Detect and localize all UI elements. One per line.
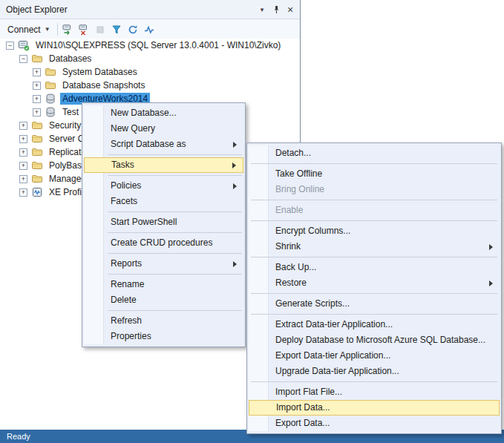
menu-separator xyxy=(108,253,242,254)
tasks-submenu: Detach...Take OfflineBring OnlineEnableE… xyxy=(246,142,502,434)
tree-item-databases[interactable]: −Databases xyxy=(0,52,299,65)
refresh-icon[interactable] xyxy=(125,22,141,37)
expand-icon[interactable]: + xyxy=(33,82,41,90)
submenu-arrow-icon xyxy=(233,261,237,267)
filter-icon[interactable] xyxy=(109,22,125,37)
connect-server-icon[interactable] xyxy=(60,22,76,37)
menu-item-generate-scripts[interactable]: Generate Scripts... xyxy=(249,296,500,312)
titlebar-buttons: ▾ × xyxy=(256,4,296,16)
menu-item-tasks[interactable]: Tasks xyxy=(84,157,243,173)
menu-item-import-flat-file[interactable]: Import Flat File... xyxy=(249,384,500,400)
menu-separator xyxy=(108,175,242,176)
menu-item-detach[interactable]: Detach... xyxy=(249,145,500,161)
menu-item-start-powershell[interactable]: Start PowerShell xyxy=(84,214,243,230)
tree-item-label: Databases xyxy=(47,53,94,65)
menu-item-upgrade-data-tier-application[interactable]: Upgrade Data-tier Application... xyxy=(249,364,500,379)
menu-separator xyxy=(108,232,242,233)
connect-button-label: Connect xyxy=(7,24,41,35)
menu-item-enable: Enable xyxy=(249,203,500,218)
database-context-menu: New Database...New QueryScript Database … xyxy=(82,102,246,347)
toolbar-separator xyxy=(57,23,58,36)
object-explorer-titlebar[interactable]: Object Explorer ▾ × xyxy=(0,0,300,19)
chevron-down-icon: ▼ xyxy=(45,26,50,33)
tree-item-label: Security xyxy=(47,119,83,131)
expand-icon[interactable]: + xyxy=(33,68,41,76)
menu-item-label: Export Data... xyxy=(275,418,330,428)
menu-item-back-up[interactable]: Back Up... xyxy=(249,260,500,275)
menu-item-export-data[interactable]: Export Data... xyxy=(249,416,500,431)
menu-item-label: Rename xyxy=(111,279,144,289)
menu-item-restore[interactable]: Restore xyxy=(249,275,500,291)
pin-icon[interactable] xyxy=(270,4,282,16)
menu-separator xyxy=(108,154,242,155)
expand-icon[interactable]: + xyxy=(33,108,41,117)
menu-item-properties[interactable]: Properties xyxy=(84,329,243,344)
menu-item-facets[interactable]: Facets xyxy=(84,194,243,209)
menu-item-label: Upgrade Data-tier Application... xyxy=(275,366,399,376)
menu-separator xyxy=(251,314,497,315)
menu-item-take-offline[interactable]: Take Offline xyxy=(249,166,500,182)
menu-separator xyxy=(251,163,497,164)
submenu-arrow-icon xyxy=(233,142,237,148)
menu-separator xyxy=(251,293,497,294)
expand-icon[interactable]: + xyxy=(19,122,27,130)
menu-item-export-data-tier-application[interactable]: Export Data-tier Application... xyxy=(249,348,500,364)
menu-item-label: Create CRUD procedures xyxy=(111,237,212,248)
menu-separator xyxy=(251,220,497,221)
status-text: Ready xyxy=(7,432,30,441)
close-icon[interactable]: × xyxy=(284,4,296,16)
menu-item-label: New Query xyxy=(111,123,155,134)
collapse-icon[interactable]: − xyxy=(6,42,14,50)
window-position-icon[interactable]: ▾ xyxy=(256,4,268,16)
submenu-arrow-icon xyxy=(489,280,493,286)
menu-item-deploy-database-to-microsoft-azure-sql-database[interactable]: Deploy Database to Microsoft Azure SQL D… xyxy=(249,332,500,348)
disconnect-server-icon[interactable] xyxy=(76,22,92,37)
expand-icon[interactable]: + xyxy=(19,148,27,157)
folder-icon xyxy=(31,160,43,171)
menu-separator xyxy=(251,381,497,382)
menu-item-rename[interactable]: Rename xyxy=(84,277,243,292)
database-icon xyxy=(45,106,56,118)
menu-item-new-query[interactable]: New Query xyxy=(84,121,243,137)
menu-item-encrypt-columns[interactable]: Encrypt Columns... xyxy=(249,223,500,239)
menu-item-script-database-as[interactable]: Script Database as xyxy=(84,137,243,152)
expand-icon[interactable]: + xyxy=(19,188,27,197)
menu-item-label: Script Database as xyxy=(111,139,186,149)
menu-item-create-crud-procedures[interactable]: Create CRUD procedures xyxy=(84,235,243,251)
menu-item-label: Import Data... xyxy=(276,402,330,413)
submenu-arrow-icon xyxy=(233,183,237,189)
menu-item-label: Properties xyxy=(111,331,151,341)
tree-item-database-snapshots[interactable]: +Database Snapshots xyxy=(0,79,299,92)
menu-item-label: Policies xyxy=(111,180,141,191)
menu-item-label: Start PowerShell xyxy=(111,217,177,227)
menu-item-refresh[interactable]: Refresh xyxy=(84,313,243,329)
expand-icon[interactable]: + xyxy=(33,95,41,103)
menu-item-label: Import Flat File... xyxy=(275,387,342,397)
menu-item-label: Delete xyxy=(111,295,137,305)
connect-button[interactable]: Connect ▼ xyxy=(3,22,55,37)
folder-icon xyxy=(31,53,43,65)
submenu-arrow-icon xyxy=(489,244,493,250)
expand-icon[interactable]: + xyxy=(19,175,27,183)
ssms-window: Object Explorer ▾ × Connect ▼ −WIN10\SQL… xyxy=(0,0,504,443)
tree-item-win10-sqlexpress-sql-server-13-0-4001-win10-zivk[interactable]: −WIN10\SQLEXPRESS (SQL Server 13.0.4001 … xyxy=(0,39,299,52)
menu-separator xyxy=(251,257,497,257)
menu-item-reports[interactable]: Reports xyxy=(84,256,243,272)
menu-item-label: Deploy Database to Microsoft Azure SQL D… xyxy=(275,335,485,345)
tree-item-system-databases[interactable]: +System Databases xyxy=(0,65,299,79)
menu-item-shrink[interactable]: Shrink xyxy=(249,239,500,255)
expand-icon[interactable]: + xyxy=(19,162,27,170)
menu-separator xyxy=(108,274,242,275)
menu-item-new-database[interactable]: New Database... xyxy=(84,105,243,121)
collapse-icon[interactable]: − xyxy=(19,55,27,63)
menu-item-import-data[interactable]: Import Data... xyxy=(249,400,500,416)
menu-item-label: Enable xyxy=(275,205,303,215)
menu-item-label: Tasks xyxy=(111,160,134,170)
expand-icon[interactable]: + xyxy=(19,135,27,143)
menu-item-delete[interactable]: Delete xyxy=(84,292,243,308)
activity-monitor-icon[interactable] xyxy=(142,22,157,37)
menu-separator xyxy=(108,310,242,311)
menu-item-label: Encrypt Columns... xyxy=(275,226,350,236)
menu-item-extract-data-tier-application[interactable]: Extract Data-tier Application... xyxy=(249,317,500,332)
menu-item-policies[interactable]: Policies xyxy=(84,178,243,194)
